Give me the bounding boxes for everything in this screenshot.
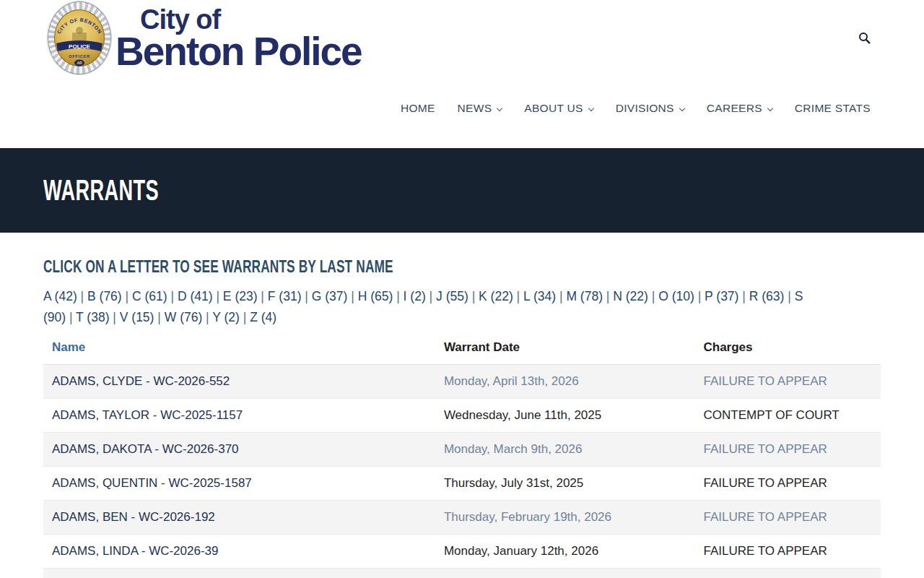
letter-link-Z[interactable]: Z [250,310,258,324]
letter-separator: | [240,310,250,324]
warrant-row: ADAMS, CLYDE - WC-2026-552Monday, April … [43,365,881,399]
site-logo[interactable]: CITY OF BENTON POLICE OFFICER AR City of… [48,1,362,74]
warrant-date: Monday, January 12th, 2026 [435,535,695,569]
page-banner: WARRANTS [0,148,924,233]
letter-link-S[interactable]: S [795,289,803,303]
nav-item-divisions[interactable]: DIVISIONS [616,102,684,115]
chevron-down-icon [497,105,502,111]
letter-separator: | [603,289,613,303]
page-title: WARRANTS [43,174,159,207]
svg-text:AR: AR [77,61,82,65]
warrant-name-link[interactable]: ADAMS, LINDA - WC-2026-39 [52,544,219,558]
letter-separator: | [694,289,705,303]
brand-line2: Benton Police [116,33,362,70]
letter-link-D[interactable]: D [178,289,187,303]
letter-separator: | [77,289,87,303]
letter-link-W[interactable]: W [165,310,177,324]
warrant-charges: FAILURE TO APPEAR [694,535,881,569]
letter-count-K: (22) [491,289,513,303]
letter-link-T[interactable]: T [76,310,83,324]
warrant-name-link[interactable]: ADAMS, TAYLOR - WC-2025-1157 [52,408,243,422]
letter-count-C: (61) [144,289,167,303]
letter-link-N[interactable]: N [613,289,622,303]
letter-link-R[interactable]: R [749,289,759,303]
table-header-row: Name Warrant Date Charges [43,334,881,365]
letter-index: A (42) | B (76) | C (61) | D (41) | E (2… [43,286,881,328]
letter-separator: | [213,289,223,303]
letter-link-I[interactable]: I [404,289,407,303]
letter-count-F: (31) [279,289,301,303]
letter-link-K[interactable]: K [479,289,487,303]
letter-link-E[interactable]: E [223,289,232,303]
warrant-row: ADAMS, BEN - WC-2026-38Monday, January 1… [43,569,881,578]
warrant-row: ADAMS, QUENTIN - WC-2025-1587Thursday, J… [43,467,881,501]
nav-item-news[interactable]: NEWS [458,102,502,115]
warrant-name-link[interactable]: ADAMS, DAKOTA - WC-2026-370 [52,442,239,456]
letter-separator: | [556,289,566,303]
letter-separator: | [393,289,403,303]
letter-link-M[interactable]: M [566,289,577,303]
letter-count-E: (23) [235,289,257,303]
letter-count-H: (65) [370,289,393,303]
letter-count-P: (37) [716,289,738,303]
warrant-charges: FAILURE TO APPEAR [694,501,881,535]
warrant-date: Wednesday, June 11th, 2025 [435,399,695,433]
letter-count-T: (38) [87,310,109,324]
letter-link-H[interactable]: H [358,289,367,303]
site-header: CITY OF BENTON POLICE OFFICER AR City of… [0,0,924,148]
letter-separator: | [258,289,268,303]
chevron-down-icon [679,105,685,111]
main-content: CLICK ON A LETTER TO SEE WARRANTS BY LAS… [43,233,881,578]
letter-count-V: (15) [131,310,154,324]
warrant-row: ADAMS, LINDA - WC-2026-39Monday, January… [43,535,881,569]
nav-item-crime-stats[interactable]: CRIME STATS [795,102,871,115]
warrant-charges: FAILURE TO APPEAR [694,433,881,467]
warrant-charges: CONTEMPT OF COURT [694,399,881,433]
svg-text:OFFICER: OFFICER [69,54,90,59]
svg-text:POLICE: POLICE [69,43,90,50]
nav-item-home[interactable]: HOME [401,102,435,115]
letter-separator: | [347,289,357,303]
letter-link-L[interactable]: L [523,289,530,303]
letter-separator: | [167,289,178,303]
warrant-row: ADAMS, BEN - WC-2026-192Thursday, Februa… [43,501,881,535]
letter-count-R: (63) [762,289,784,303]
letter-count-J: (55) [446,289,468,303]
letter-link-A[interactable]: A [43,289,51,303]
letter-link-C[interactable]: C [132,289,141,303]
police-badge-logo: CITY OF BENTON POLICE OFFICER AR [48,1,111,74]
nav-item-careers[interactable]: CAREERS [707,102,772,115]
brand-text: City of Benton Police [116,1,362,70]
warrant-charges: FAILURE TO APPEAR [694,467,881,501]
warrant-name-link[interactable]: ADAMS, CLYDE - WC-2026-552 [52,374,230,388]
letter-separator: | [301,289,311,303]
letter-separator: | [784,289,794,303]
letter-count-O: (10) [672,289,694,303]
letter-separator: | [122,289,132,303]
letter-separator: | [202,310,212,324]
column-header-charges: Charges [694,334,881,365]
column-header-name[interactable]: Name [43,334,435,365]
letter-link-F[interactable]: F [268,289,276,303]
letter-link-P[interactable]: P [705,289,712,303]
warrant-charges: FAILURE TO APPEAR [694,569,881,578]
search-button[interactable] [857,30,872,48]
warrant-charges: FAILURE TO APPEAR [694,365,881,399]
warrant-name-link[interactable]: ADAMS, QUENTIN - WC-2025-1587 [52,476,252,490]
letter-link-G[interactable]: G [312,289,322,303]
letter-count-N: (22) [626,289,648,303]
warrant-date: Monday, March 9th, 2026 [435,433,695,467]
letter-separator: | [426,289,436,303]
letter-link-B[interactable]: B [87,289,96,303]
nav-item-about-us[interactable]: ABOUT US [524,102,593,115]
warrant-date: Thursday, July 31st, 2025 [435,467,695,501]
letter-link-V[interactable]: V [120,310,128,324]
letter-link-J[interactable]: J [436,289,443,303]
letter-count-Z: (4) [261,310,276,324]
chevron-down-icon [588,105,593,111]
letter-link-O[interactable]: O [658,289,668,303]
letter-link-Y[interactable]: Y [212,310,220,324]
letter-count-G: (37) [325,289,347,303]
letters-subheading: CLICK ON A LETTER TO SEE WARRANTS BY LAS… [43,256,393,277]
warrant-name-link[interactable]: ADAMS, BEN - WC-2026-192 [52,510,215,524]
